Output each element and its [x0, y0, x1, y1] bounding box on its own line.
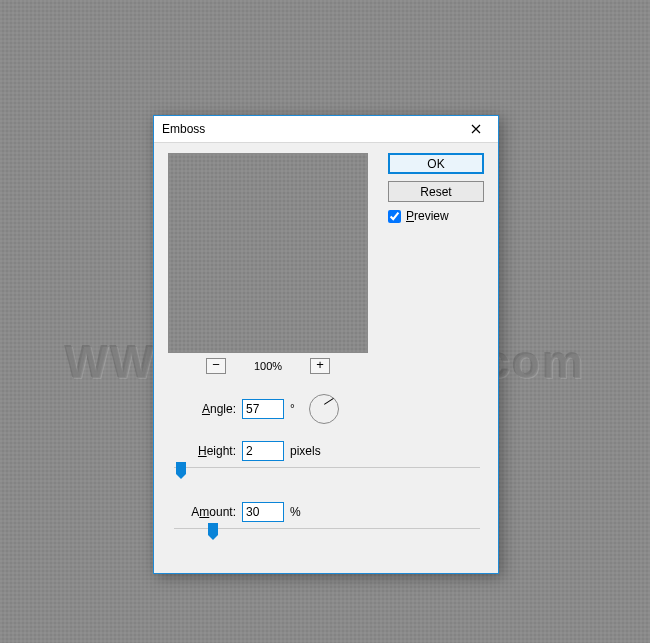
height-slider-thumb[interactable] — [176, 462, 186, 474]
height-input[interactable] — [242, 441, 284, 461]
close-button[interactable] — [456, 117, 496, 141]
height-unit: pixels — [290, 444, 321, 458]
angle-unit: ° — [290, 402, 295, 416]
angle-label: Angle: — [168, 402, 242, 416]
angle-dial[interactable] — [309, 394, 339, 424]
minus-icon: − — [212, 358, 220, 371]
amount-slider-thumb[interactable] — [208, 523, 218, 535]
filter-preview[interactable] — [168, 153, 368, 353]
zoom-controls: − 100% + — [168, 357, 368, 375]
zoom-in-button[interactable]: + — [310, 358, 330, 374]
amount-row: Amount: % — [168, 500, 484, 524]
preview-checkbox[interactable] — [388, 210, 401, 223]
reset-button[interactable]: Reset — [388, 181, 484, 202]
height-label: Height: — [168, 444, 242, 458]
close-icon — [471, 124, 481, 134]
zoom-level: 100% — [248, 360, 288, 372]
height-row: Height: pixels — [168, 439, 484, 463]
titlebar[interactable]: Emboss — [154, 116, 498, 143]
preview-checkbox-row[interactable]: Preview — [388, 209, 484, 223]
angle-input[interactable] — [242, 399, 284, 419]
amount-label: Amount: — [168, 505, 242, 519]
height-slider[interactable] — [168, 467, 484, 482]
plus-icon: + — [316, 358, 324, 371]
right-button-panel: OK Reset Preview — [388, 153, 484, 223]
angle-row: Angle: ° — [168, 397, 484, 421]
emboss-dialog: Emboss − 100% + OK Reset Preview Angle: — [153, 115, 499, 574]
amount-input[interactable] — [242, 502, 284, 522]
amount-slider[interactable] — [168, 528, 484, 543]
preview-checkbox-label: Preview — [406, 209, 449, 223]
zoom-out-button[interactable]: − — [206, 358, 226, 374]
ok-button[interactable]: OK — [388, 153, 484, 174]
amount-unit: % — [290, 505, 301, 519]
dialog-title: Emboss — [162, 122, 205, 136]
